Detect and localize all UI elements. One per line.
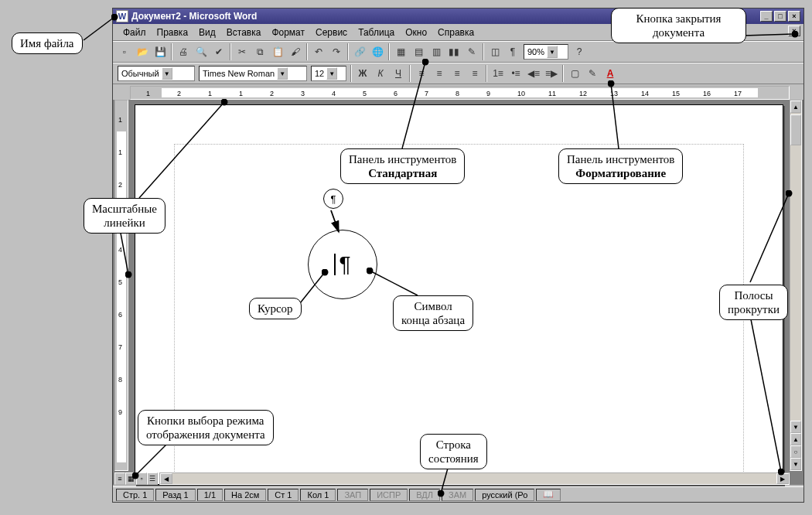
chevron-down-icon[interactable]: ▼: [162, 67, 172, 80]
scroll-left-icon[interactable]: ◀: [160, 473, 172, 484]
web-view-icon[interactable]: ▦: [125, 472, 136, 485]
columns-icon[interactable]: ▮▮: [445, 43, 462, 60]
cursor-zoom-circle: ¶: [308, 230, 377, 299]
status-line: Ст 1: [268, 489, 299, 501]
document-map-icon[interactable]: ◫: [486, 43, 503, 60]
italic-button[interactable]: К: [372, 65, 389, 82]
vertical-ruler[interactable]: 1123456789: [114, 100, 128, 471]
view-mode-buttons: ≡ ▦ ▫ ☰: [114, 472, 158, 485]
ruler-tick: 15: [672, 90, 680, 97]
bold-button[interactable]: Ж: [354, 65, 371, 82]
spellcheck-icon[interactable]: ✔: [210, 43, 227, 60]
show-hide-icon[interactable]: ¶: [504, 43, 521, 60]
scroll-down-icon[interactable]: ▼: [790, 421, 801, 433]
ruler-tick: 11: [548, 90, 556, 97]
menu-file[interactable]: Файл: [118, 26, 152, 39]
ruler-tick: 1: [118, 148, 122, 156]
ruler-tick: 6: [118, 311, 122, 319]
decrease-indent-icon[interactable]: ◀≡: [525, 65, 542, 82]
scroll-up-icon[interactable]: ▲: [790, 101, 801, 113]
open-icon[interactable]: 📂: [134, 43, 151, 60]
pilcrow-icon: ¶: [339, 252, 350, 277]
tables-borders-icon[interactable]: ▦: [392, 43, 409, 60]
underline-button[interactable]: Ч: [390, 65, 407, 82]
outline-view-icon[interactable]: ☰: [147, 472, 158, 485]
zoom-value: 90%: [527, 47, 544, 56]
insert-table-icon[interactable]: ▤: [410, 43, 427, 60]
drawing-icon[interactable]: ✎: [463, 43, 480, 60]
align-center-icon[interactable]: ≡: [431, 65, 448, 82]
bullet-list-icon[interactable]: •≡: [507, 65, 524, 82]
hyperlink-icon[interactable]: 🔗: [351, 43, 368, 60]
prev-page-icon[interactable]: ▲: [790, 433, 801, 445]
minimize-button[interactable]: _: [760, 11, 773, 22]
redo-icon[interactable]: ↷: [328, 43, 345, 60]
highlight-icon[interactable]: ✎: [584, 65, 601, 82]
font-size-combo[interactable]: 12 ▼: [311, 66, 346, 81]
cut-icon[interactable]: ✂: [234, 43, 251, 60]
menu-table[interactable]: Таблица: [353, 26, 400, 39]
chevron-down-icon[interactable]: ▼: [277, 67, 288, 80]
print-layout-view-icon[interactable]: ▫: [136, 472, 147, 485]
doc-close-button[interactable]: ×: [788, 26, 800, 36]
chevron-down-icon[interactable]: ▼: [547, 46, 558, 58]
help-icon[interactable]: ?: [571, 43, 588, 60]
status-rec: ЗАП: [337, 489, 368, 501]
next-page-icon[interactable]: ▼: [790, 458, 801, 470]
ruler-tick: 2: [118, 181, 122, 189]
callout-cursor: Курсор: [249, 298, 302, 319]
align-justify-icon[interactable]: ≡: [466, 65, 483, 82]
ruler-tick: 16: [703, 90, 711, 97]
undo-icon[interactable]: ↶: [310, 43, 327, 60]
font-value: Times New Roman: [203, 69, 275, 78]
chevron-down-icon[interactable]: ▼: [326, 67, 337, 80]
print-icon[interactable]: 🖨: [175, 43, 192, 60]
numbered-list-icon[interactable]: 1≡: [490, 65, 507, 82]
new-icon[interactable]: ▫: [116, 43, 133, 60]
horizontal-scrollbar[interactable]: ◀ ▶: [159, 472, 790, 485]
copy-icon[interactable]: ⧉: [251, 43, 268, 60]
paste-icon[interactable]: 📋: [269, 43, 286, 60]
font-combo[interactable]: Times New Roman ▼: [199, 66, 307, 81]
ruler-tick: 7: [425, 90, 428, 97]
ruler-tick: 4: [332, 90, 336, 97]
menu-help[interactable]: Справка: [432, 26, 479, 39]
text-cursor: [334, 254, 336, 275]
menu-insert[interactable]: Вставка: [221, 26, 267, 39]
font-color-icon[interactable]: A: [602, 65, 619, 82]
browse-object-icon[interactable]: ○: [790, 445, 801, 458]
style-combo[interactable]: Обычный ▼: [118, 66, 195, 81]
menu-format[interactable]: Формат: [266, 26, 310, 39]
ruler-tick: 6: [394, 90, 397, 97]
horizontal-ruler[interactable]: 1211234567891011121314151617: [130, 86, 790, 100]
ruler-tick: 1: [118, 116, 122, 124]
align-right-icon[interactable]: ≡: [449, 65, 466, 82]
ruler-tick: 5: [118, 278, 122, 286]
align-left-icon[interactable]: ≡: [413, 65, 430, 82]
zoom-combo[interactable]: 90% ▼: [524, 44, 568, 60]
ruler-tick: 2: [270, 90, 274, 97]
ruler-tick: 7: [118, 343, 122, 351]
borders-icon[interactable]: ▢: [566, 65, 583, 82]
close-window-button[interactable]: ×: [788, 11, 800, 22]
menu-tools[interactable]: Сервис: [310, 26, 353, 39]
scroll-right-icon[interactable]: ▶: [776, 473, 789, 484]
scroll-thumb[interactable]: [790, 114, 801, 145]
menu-edit[interactable]: Правка: [152, 26, 194, 39]
callout-view-modes: Кнопки выбора режимаотображения документ…: [138, 410, 274, 445]
web-toolbar-icon[interactable]: 🌐: [369, 43, 386, 60]
preview-icon[interactable]: 🔍: [193, 43, 210, 60]
callout-paragraph-end: Символконца абзаца: [393, 295, 473, 331]
save-icon[interactable]: 💾: [152, 43, 169, 60]
formatting-toolbar: Обычный ▼ Times New Roman ▼ 12 ▼ Ж К Ч ≡…: [113, 63, 803, 84]
status-pages: 1/1: [197, 489, 223, 501]
menu-view[interactable]: Вид: [193, 26, 221, 39]
format-painter-icon[interactable]: 🖌: [287, 43, 304, 60]
menu-window[interactable]: Окно: [400, 26, 432, 39]
vertical-scrollbar[interactable]: ▲ ▼ ▲ ○ ▼: [790, 100, 802, 471]
increase-indent-icon[interactable]: ≡▶: [543, 65, 560, 82]
excel-icon[interactable]: ▥: [428, 43, 445, 60]
normal-view-icon[interactable]: ≡: [114, 472, 125, 485]
maximize-button[interactable]: □: [774, 11, 786, 22]
ruler-tick: 8: [455, 90, 459, 97]
